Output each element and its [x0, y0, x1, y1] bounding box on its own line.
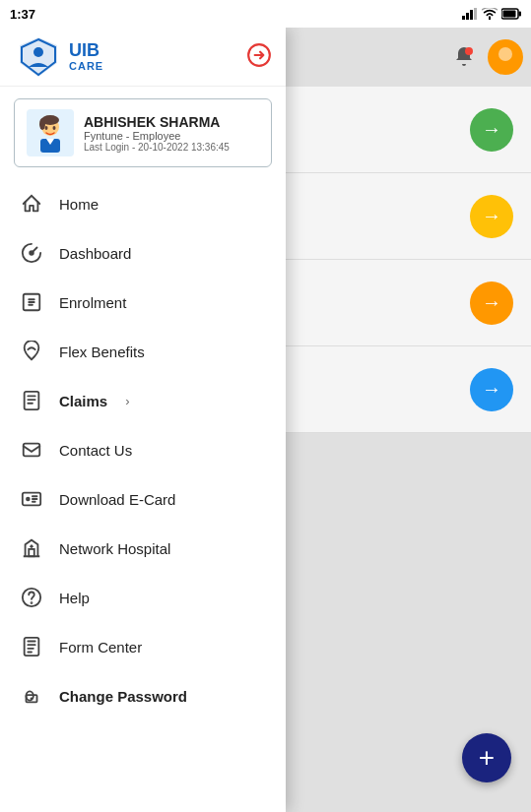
card-row-1: → — [286, 87, 531, 173]
dashboard-icon — [20, 241, 43, 265]
form-center-icon — [20, 635, 43, 658]
nav-item-dashboard[interactable]: Dashboard — [0, 228, 286, 278]
card-arrow-1[interactable]: → — [470, 108, 513, 152]
signal-icon — [462, 8, 478, 20]
uib-logo — [14, 35, 63, 79]
nav-item-claims[interactable]: Claims › — [0, 376, 286, 425]
status-time: 1:37 — [10, 7, 35, 22]
flex-benefits-icon — [20, 340, 43, 363]
svg-point-9 — [496, 62, 515, 72]
navigation-drawer: UIB CARE — [0, 28, 286, 812]
svg-rect-5 — [519, 12, 522, 17]
svg-rect-2 — [470, 10, 473, 20]
app-logo: UIB CARE — [14, 35, 103, 79]
logout-button[interactable] — [246, 42, 272, 72]
home-icon — [20, 192, 43, 216]
network-hospital-icon — [20, 536, 43, 560]
svg-point-33 — [31, 697, 33, 700]
user-info: ABHISHEK SHARMA Fyntune - Employee Last … — [84, 114, 230, 153]
svg-rect-0 — [462, 16, 465, 20]
contact-us-icon — [20, 438, 43, 462]
svg-point-8 — [498, 47, 512, 61]
card-arrow-2[interactable]: → — [470, 195, 513, 238]
svg-point-20 — [53, 126, 56, 130]
svg-rect-6 — [503, 11, 516, 18]
dashboard-label: Dashboard — [59, 245, 131, 262]
nav-item-change-password[interactable]: Change Password — [0, 671, 286, 720]
drawer-header: UIB CARE — [0, 28, 286, 87]
svg-point-12 — [33, 47, 43, 57]
svg-rect-27 — [29, 549, 34, 556]
home-label: Home — [59, 196, 99, 213]
nav-item-home[interactable]: Home — [0, 179, 286, 228]
claims-label: Claims — [59, 393, 107, 409]
svg-point-19 — [45, 126, 48, 130]
change-password-icon — [20, 684, 43, 708]
svg-rect-3 — [474, 8, 477, 20]
logo-uib-text: UIB — [69, 41, 103, 61]
help-icon — [20, 586, 43, 609]
status-icons — [462, 8, 521, 20]
user-last-login: Last Login - 20-10-2022 13:36:45 — [84, 142, 230, 153]
svg-point-29 — [32, 602, 33, 603]
svg-point-26 — [26, 497, 31, 502]
enrolment-icon — [20, 290, 43, 314]
nav-item-network-hospital[interactable]: Network Hospital — [0, 524, 286, 573]
nav-item-contact-us[interactable]: Contact Us — [0, 425, 286, 474]
svg-point-21 — [30, 251, 33, 255]
card-row-2: → — [286, 173, 531, 260]
network-hospital-label: Network Hospital — [59, 540, 170, 557]
change-password-label: Change Password — [59, 688, 187, 705]
user-role: Fyntune - Employee — [84, 130, 230, 142]
card-row-3: → — [286, 260, 531, 346]
svg-point-7 — [465, 47, 473, 55]
card-arrow-3[interactable]: → — [470, 281, 513, 325]
user-name: ABHISHEK SHARMA — [84, 114, 230, 130]
fab-plus-icon: + — [479, 742, 495, 774]
user-avatar — [27, 109, 74, 156]
card-arrow-4[interactable]: → — [470, 368, 513, 411]
claims-icon — [20, 389, 43, 412]
fab-button[interactable]: + — [462, 733, 511, 782]
nav-item-form-center[interactable]: Form Center — [0, 622, 286, 671]
download-ecard-icon — [20, 487, 43, 511]
wifi-icon — [482, 8, 498, 20]
nav-item-help[interactable]: Help — [0, 573, 286, 622]
svg-rect-1 — [466, 13, 469, 20]
nav-item-flex-benefits[interactable]: Flex Benefits — [0, 327, 286, 376]
nav-list: Home Dashboard — [0, 179, 286, 812]
battery-icon — [501, 8, 521, 20]
enrolment-label: Enrolment — [59, 294, 126, 311]
claims-chevron: › — [125, 394, 129, 408]
download-ecard-label: Download E-Card — [59, 491, 175, 508]
logo-care-text: CARE — [69, 60, 103, 72]
nav-item-download-ecard[interactable]: Download E-Card — [0, 474, 286, 524]
top-right-actions — [446, 39, 523, 75]
card-row-4: → — [286, 346, 531, 433]
bell-icon — [452, 45, 476, 69]
user-profile-card: ABHISHEK SHARMA Fyntune - Employee Last … — [14, 98, 272, 167]
help-label: Help — [59, 590, 90, 606]
notification-bell[interactable] — [446, 39, 482, 75]
form-center-label: Form Center — [59, 639, 142, 656]
contact-us-label: Contact Us — [59, 442, 132, 459]
svg-rect-30 — [25, 638, 39, 656]
nav-item-enrolment[interactable]: Enrolment — [0, 278, 286, 327]
user-avatar-top[interactable] — [488, 39, 523, 75]
logout-icon — [246, 42, 272, 68]
status-bar: 1:37 — [0, 0, 531, 28]
flex-benefits-label: Flex Benefits — [59, 344, 145, 360]
